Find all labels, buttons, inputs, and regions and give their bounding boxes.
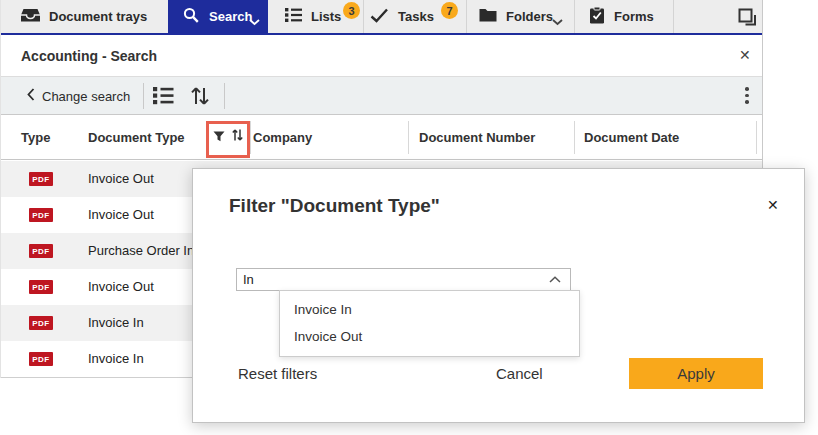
document-type-cell: Invoice Out [88,171,154,186]
column-header-document-type[interactable]: Document Type [88,130,185,145]
results-table-header: Type Document Type Company Document Numb… [1,115,762,160]
dropdown-option[interactable]: Invoice In [280,296,579,323]
reset-filters-button[interactable]: Reset filters [238,365,317,382]
tab-search[interactable]: Search [168,0,268,33]
change-search-button[interactable]: Change search [27,77,130,115]
view-list-icon[interactable] [151,85,175,106]
tab-forms[interactable]: Forms [574,0,673,33]
tasks-count-badge: 7 [441,2,458,19]
column-header-company[interactable]: Company [253,130,312,145]
pdf-file-icon: PDF [29,316,53,330]
tab-label: Document trays [49,9,147,24]
change-search-label: Change search [42,89,130,104]
tab-label: Tasks [398,9,434,24]
column-divider [574,121,575,154]
panel-title: Accounting - Search [21,48,157,64]
chevron-up-icon[interactable] [549,276,561,283]
dialog-title: Filter "Document Type" [229,195,440,217]
tab-label: Search [209,9,252,24]
pdf-file-icon: PDF [29,172,53,186]
tab-label: Lists [311,9,341,24]
dialog-close-icon[interactable]: ✕ [767,197,779,213]
list-icon [285,8,302,25]
filter-combobox [236,268,571,291]
column-divider [408,121,409,154]
document-type-cell: Invoice Out [88,207,154,222]
folders-chevron-down-icon[interactable] [552,19,563,26]
document-type-cell: Invoice In [88,315,144,330]
lists-count-badge: 3 [343,2,360,19]
filter-suggestions-dropdown: Invoice In Invoice Out [279,290,580,357]
document-type-cell: Invoice In [88,351,144,366]
tab-document-trays[interactable]: Document trays [1,0,168,33]
cancel-button[interactable]: Cancel [496,365,543,382]
pdf-file-icon: PDF [29,352,53,366]
document-type-cell: Invoice Out [88,279,154,294]
column-header-document-number[interactable]: Document Number [419,130,535,145]
pdf-file-icon: PDF [29,244,53,258]
sort-icon[interactable] [189,85,211,107]
column-divider [756,121,757,154]
more-options-kebab-icon[interactable] [745,87,749,104]
clipboard-check-icon [589,7,605,27]
screen: Document trays Search Lists 3 [0,0,818,435]
search-icon [183,7,200,27]
panel-titlebar: Accounting - Search ✕ [1,35,762,76]
check-icon [370,8,389,26]
pdf-file-icon: PDF [29,208,53,222]
chevron-left-icon [27,88,35,104]
folder-icon [479,8,497,25]
pdf-file-icon: PDF [29,280,53,294]
column-header-document-date[interactable]: Document Date [584,130,679,145]
main-navbar: Document trays Search Lists 3 [1,0,762,35]
document-tray-icon [21,8,40,25]
column-divider [250,121,251,154]
results-toolbar: Change search [1,76,762,115]
filter-dialog: Filter "Document Type" ✕ Invoice In Invo… [192,168,805,423]
new-window-icon[interactable] [738,8,757,26]
tab-label: Folders [506,9,553,24]
tab-label: Forms [614,9,654,24]
annotation-highlight-box [206,121,250,158]
filter-value-input[interactable] [243,270,538,289]
nav-divider [673,0,674,33]
toolbar-divider [224,83,225,109]
tab-folders[interactable]: Folders [466,0,574,33]
panel-close-icon[interactable]: ✕ [739,47,751,63]
search-chevron-down-icon[interactable] [249,19,260,26]
toolbar-divider [143,83,144,109]
dropdown-option[interactable]: Invoice Out [280,323,579,350]
apply-button[interactable]: Apply [629,358,763,389]
column-header-type[interactable]: Type [21,130,50,145]
document-type-cell: Purchase Order In [88,243,194,258]
